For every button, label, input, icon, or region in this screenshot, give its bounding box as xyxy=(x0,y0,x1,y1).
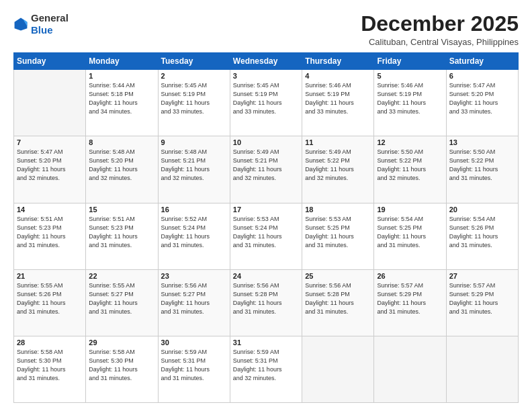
logo-blue: Blue xyxy=(31,24,53,36)
logo-text: General Blue xyxy=(31,12,69,36)
day-number: 14 xyxy=(17,205,83,214)
day-info: Sunrise: 5:59 AM Sunset: 5:31 PM Dayligh… xyxy=(233,348,299,383)
svg-marker-0 xyxy=(15,18,28,31)
day-info: Sunrise: 5:56 AM Sunset: 5:28 PM Dayligh… xyxy=(305,281,371,316)
day-info: Sunrise: 5:50 AM Sunset: 5:22 PM Dayligh… xyxy=(449,148,515,183)
day-header: Sunday xyxy=(14,53,86,70)
calendar: SundayMondayTuesdayWednesdayThursdayFrid… xyxy=(13,52,519,403)
day-number: 31 xyxy=(233,338,299,347)
title-block: December 2025 Calituban, Central Visayas… xyxy=(361,12,519,47)
logo-general: General xyxy=(31,12,69,24)
day-number: 8 xyxy=(89,138,154,146)
day-number: 5 xyxy=(377,72,443,80)
calendar-cell: 3Sunrise: 5:45 AM Sunset: 5:19 PM Daylig… xyxy=(230,70,302,136)
day-number: 28 xyxy=(17,338,83,347)
calendar-cell: 22Sunrise: 5:55 AM Sunset: 5:27 PM Dayli… xyxy=(86,269,158,336)
day-info: Sunrise: 5:46 AM Sunset: 5:19 PM Dayligh… xyxy=(377,81,443,116)
day-number: 11 xyxy=(305,138,371,146)
day-info: Sunrise: 5:45 AM Sunset: 5:19 PM Dayligh… xyxy=(161,81,227,116)
day-number: 6 xyxy=(449,72,515,80)
day-number: 2 xyxy=(161,72,227,80)
day-info: Sunrise: 5:54 AM Sunset: 5:25 PM Dayligh… xyxy=(377,215,443,250)
calendar-cell: 25Sunrise: 5:56 AM Sunset: 5:28 PM Dayli… xyxy=(302,269,374,336)
calendar-week-row: 1Sunrise: 5:44 AM Sunset: 5:18 PM Daylig… xyxy=(14,70,519,136)
day-number: 23 xyxy=(161,272,227,280)
day-info: Sunrise: 5:51 AM Sunset: 5:23 PM Dayligh… xyxy=(17,215,83,250)
day-info: Sunrise: 5:53 AM Sunset: 5:25 PM Dayligh… xyxy=(305,215,371,250)
day-header: Monday xyxy=(86,53,158,70)
calendar-cell xyxy=(446,336,518,402)
day-number: 20 xyxy=(449,205,515,214)
day-header: Tuesday xyxy=(158,53,230,70)
day-number: 15 xyxy=(89,205,154,214)
calendar-cell: 26Sunrise: 5:57 AM Sunset: 5:29 PM Dayli… xyxy=(374,269,446,336)
day-number: 17 xyxy=(233,205,299,214)
calendar-cell: 5Sunrise: 5:46 AM Sunset: 5:19 PM Daylig… xyxy=(374,70,446,136)
day-number: 29 xyxy=(89,338,154,347)
day-info: Sunrise: 5:55 AM Sunset: 5:27 PM Dayligh… xyxy=(89,281,154,316)
day-info: Sunrise: 5:50 AM Sunset: 5:22 PM Dayligh… xyxy=(377,148,443,183)
logo: General Blue xyxy=(13,12,69,36)
day-info: Sunrise: 5:54 AM Sunset: 5:26 PM Dayligh… xyxy=(449,215,515,250)
calendar-cell: 13Sunrise: 5:50 AM Sunset: 5:22 PM Dayli… xyxy=(446,136,518,203)
day-info: Sunrise: 5:56 AM Sunset: 5:27 PM Dayligh… xyxy=(161,281,227,316)
day-number: 16 xyxy=(161,205,227,214)
calendar-cell: 8Sunrise: 5:48 AM Sunset: 5:20 PM Daylig… xyxy=(86,136,158,203)
day-info: Sunrise: 5:57 AM Sunset: 5:29 PM Dayligh… xyxy=(377,281,443,316)
calendar-cell: 1Sunrise: 5:44 AM Sunset: 5:18 PM Daylig… xyxy=(86,70,158,136)
day-info: Sunrise: 5:45 AM Sunset: 5:19 PM Dayligh… xyxy=(233,81,299,116)
day-header: Friday xyxy=(374,53,446,70)
day-number: 21 xyxy=(17,272,83,280)
day-number: 30 xyxy=(161,338,227,347)
calendar-cell: 23Sunrise: 5:56 AM Sunset: 5:27 PM Dayli… xyxy=(158,269,230,336)
day-number: 7 xyxy=(17,138,83,146)
day-info: Sunrise: 5:55 AM Sunset: 5:26 PM Dayligh… xyxy=(17,281,83,316)
header: General Blue December 2025 Calituban, Ce… xyxy=(13,12,519,47)
calendar-cell: 29Sunrise: 5:58 AM Sunset: 5:30 PM Dayli… xyxy=(86,336,158,402)
calendar-cell: 18Sunrise: 5:53 AM Sunset: 5:25 PM Dayli… xyxy=(302,203,374,269)
day-number: 22 xyxy=(89,272,154,280)
calendar-cell: 24Sunrise: 5:56 AM Sunset: 5:28 PM Dayli… xyxy=(230,269,302,336)
day-info: Sunrise: 5:48 AM Sunset: 5:21 PM Dayligh… xyxy=(161,148,227,183)
day-header: Wednesday xyxy=(230,53,302,70)
calendar-cell: 11Sunrise: 5:49 AM Sunset: 5:22 PM Dayli… xyxy=(302,136,374,203)
day-info: Sunrise: 5:57 AM Sunset: 5:29 PM Dayligh… xyxy=(449,281,515,316)
day-header: Saturday xyxy=(446,53,518,70)
calendar-cell: 21Sunrise: 5:55 AM Sunset: 5:26 PM Dayli… xyxy=(14,269,86,336)
day-info: Sunrise: 5:56 AM Sunset: 5:28 PM Dayligh… xyxy=(233,281,299,316)
day-info: Sunrise: 5:46 AM Sunset: 5:19 PM Dayligh… xyxy=(305,81,371,116)
calendar-cell: 10Sunrise: 5:49 AM Sunset: 5:21 PM Dayli… xyxy=(230,136,302,203)
day-number: 9 xyxy=(161,138,227,146)
day-info: Sunrise: 5:58 AM Sunset: 5:30 PM Dayligh… xyxy=(17,348,83,383)
calendar-cell: 31Sunrise: 5:59 AM Sunset: 5:31 PM Dayli… xyxy=(230,336,302,402)
calendar-cell: 9Sunrise: 5:48 AM Sunset: 5:21 PM Daylig… xyxy=(158,136,230,203)
calendar-cell: 30Sunrise: 5:59 AM Sunset: 5:31 PM Dayli… xyxy=(158,336,230,402)
day-info: Sunrise: 5:49 AM Sunset: 5:21 PM Dayligh… xyxy=(233,148,299,183)
day-info: Sunrise: 5:47 AM Sunset: 5:20 PM Dayligh… xyxy=(17,148,83,183)
day-info: Sunrise: 5:53 AM Sunset: 5:24 PM Dayligh… xyxy=(233,215,299,250)
calendar-cell: 15Sunrise: 5:51 AM Sunset: 5:23 PM Dayli… xyxy=(86,203,158,269)
calendar-cell: 14Sunrise: 5:51 AM Sunset: 5:23 PM Dayli… xyxy=(14,203,86,269)
calendar-cell: 19Sunrise: 5:54 AM Sunset: 5:25 PM Dayli… xyxy=(374,203,446,269)
logo-icon xyxy=(13,17,28,32)
day-info: Sunrise: 5:44 AM Sunset: 5:18 PM Dayligh… xyxy=(89,81,154,116)
calendar-week-row: 14Sunrise: 5:51 AM Sunset: 5:23 PM Dayli… xyxy=(14,203,519,269)
calendar-week-row: 7Sunrise: 5:47 AM Sunset: 5:20 PM Daylig… xyxy=(14,136,519,203)
calendar-cell xyxy=(374,336,446,402)
month-title: December 2025 xyxy=(361,12,519,36)
day-number: 1 xyxy=(89,72,154,80)
calendar-cell: 4Sunrise: 5:46 AM Sunset: 5:19 PM Daylig… xyxy=(302,70,374,136)
day-info: Sunrise: 5:51 AM Sunset: 5:23 PM Dayligh… xyxy=(89,215,154,250)
day-info: Sunrise: 5:49 AM Sunset: 5:22 PM Dayligh… xyxy=(305,148,371,183)
calendar-cell xyxy=(14,70,86,136)
calendar-cell xyxy=(302,336,374,402)
calendar-cell: 12Sunrise: 5:50 AM Sunset: 5:22 PM Dayli… xyxy=(374,136,446,203)
calendar-cell: 6Sunrise: 5:47 AM Sunset: 5:20 PM Daylig… xyxy=(446,70,518,136)
calendar-cell: 2Sunrise: 5:45 AM Sunset: 5:19 PM Daylig… xyxy=(158,70,230,136)
day-number: 26 xyxy=(377,272,443,280)
day-number: 4 xyxy=(305,72,371,80)
calendar-cell: 16Sunrise: 5:52 AM Sunset: 5:24 PM Dayli… xyxy=(158,203,230,269)
day-number: 27 xyxy=(449,272,515,280)
day-number: 13 xyxy=(449,138,515,146)
calendar-week-row: 28Sunrise: 5:58 AM Sunset: 5:30 PM Dayli… xyxy=(14,336,519,402)
